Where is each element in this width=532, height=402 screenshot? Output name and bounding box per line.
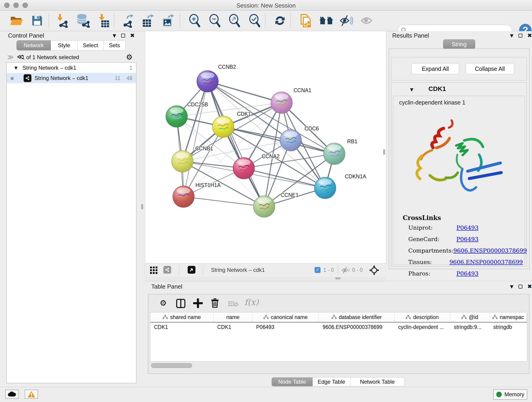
tab-style[interactable]: Style <box>51 40 77 51</box>
tab-node-table[interactable]: Node Table <box>272 377 313 386</box>
column-header--id[interactable]: @id <box>450 313 490 322</box>
tab-string[interactable]: String <box>443 39 475 49</box>
network-node-ccna2[interactable] <box>233 157 254 179</box>
crosslink-row: Pharos:P06493 <box>408 270 523 277</box>
memory-button[interactable]: Memory <box>493 389 527 400</box>
zoom-in-button[interactable] <box>186 12 203 29</box>
column-header-description[interactable]: description <box>394 313 450 322</box>
table-panel-float-button[interactable] <box>519 285 522 288</box>
network-node-hist1h1a[interactable] <box>173 186 194 207</box>
network-edge[interactable] <box>208 81 282 103</box>
import-network-database-button[interactable] <box>75 12 91 29</box>
crosslink-label: GeneCard: <box>408 236 456 242</box>
table-cell[interactable]: stringdb <box>490 322 527 332</box>
zoom-fit-button[interactable] <box>226 12 243 29</box>
control-panel-float-button[interactable] <box>121 34 125 38</box>
collection-expand-triangle-icon[interactable]: ▼ <box>14 65 17 70</box>
crosshair-icon[interactable] <box>369 265 379 275</box>
network-edge[interactable] <box>184 81 208 197</box>
crosslink-link[interactable]: 9606.ENSP00000378699 <box>453 247 527 254</box>
network-row[interactable]: ● String Network – cdk1 11 48 <box>7 73 136 83</box>
birds-eye-view-icon[interactable] <box>188 266 196 274</box>
network-node-ccnb2[interactable] <box>197 70 218 92</box>
column-header-name[interactable]: name <box>214 313 253 322</box>
copy-network-button[interactable] <box>298 12 314 29</box>
tab-network-table[interactable]: Network Table <box>350 377 405 386</box>
results-panel-menu-button[interactable]: ▼ <box>510 33 513 38</box>
refresh-button[interactable] <box>272 12 288 29</box>
tab-edge-table[interactable]: Edge Table <box>313 377 350 386</box>
export-image-button[interactable] <box>160 12 177 29</box>
crosslink-link[interactable]: P06493 <box>456 236 478 242</box>
network-node-cdc25b[interactable] <box>166 106 187 127</box>
column-header-namespac[interactable]: namespac <box>490 313 527 322</box>
tab-select[interactable]: Select <box>77 40 104 51</box>
table-panel-close-button[interactable]: ✖ <box>527 283 532 290</box>
node-label-cdc25b: CDC25B <box>187 102 208 108</box>
column-header-shared-name[interactable]: shared name <box>150 313 214 322</box>
tab-sets[interactable]: Sets <box>104 40 126 51</box>
entry-collapse-triangle-icon[interactable]: ▼ <box>410 87 413 92</box>
selected-checkbox-icon[interactable]: ✓ <box>315 267 321 273</box>
network-node-ccne1[interactable] <box>253 196 275 217</box>
collapse-all-button[interactable]: Collapse All <box>466 63 514 74</box>
results-panel-float-button[interactable] <box>519 34 522 38</box>
grid-view-icon[interactable] <box>150 267 158 274</box>
expand-all-button[interactable]: Expand All <box>412 63 459 74</box>
table-cell[interactable]: stringdb:9... <box>450 322 490 332</box>
show-all-button[interactable] <box>359 12 375 29</box>
network-node-ccna1[interactable] <box>271 92 292 114</box>
table-panel-menu-button[interactable]: ▼ <box>510 284 513 289</box>
network-node-cdc6[interactable] <box>280 129 302 151</box>
network-tree: ▼ String Network – cdk1 1 ● String Netwo… <box>6 62 136 383</box>
import-table-file-button[interactable] <box>95 12 112 29</box>
delete-column-trash-icon[interactable] <box>210 298 219 308</box>
export-network-button[interactable] <box>120 12 137 29</box>
network-options-gear-icon[interactable]: ⚙ <box>126 53 133 61</box>
node-label-hist1h1a: HIST1H1A <box>196 182 221 188</box>
hide-selected-button[interactable] <box>338 12 355 29</box>
column-header-canonical-name[interactable]: canonical name <box>253 313 319 322</box>
table-cell[interactable]: cyclin-dependent ... <box>394 322 450 332</box>
column-header-database-identifier[interactable]: database identifier <box>319 313 394 322</box>
create-column-plus-icon[interactable] <box>193 298 203 308</box>
open-session-button[interactable] <box>8 12 25 29</box>
panel-splitter-handle[interactable] <box>141 204 143 210</box>
zoom-fit-icon <box>228 14 241 27</box>
results-panel-close-button[interactable]: ✖ <box>527 32 532 39</box>
table-horizontal-scrollbar[interactable] <box>151 363 192 368</box>
network-node-cdkn1a[interactable] <box>314 177 336 199</box>
network-view-icon[interactable] <box>163 266 171 274</box>
network-collection-row[interactable]: ▼ String Network – cdk1 1 <box>7 63 136 73</box>
panel-splitter-handle[interactable] <box>383 149 385 155</box>
table-cell[interactable]: P06493 <box>253 322 319 332</box>
first-neighbors-button[interactable] <box>318 12 335 29</box>
toolbar-separator <box>114 13 114 28</box>
crosslink-link[interactable]: P06493 <box>456 224 478 231</box>
table-row[interactable]: CDK1CDK1P064939606.ENSP00000378699cyclin… <box>150 322 527 332</box>
zoom-out-button[interactable] <box>207 12 223 29</box>
network-node-cdk1[interactable] <box>212 116 234 138</box>
crosslink-link[interactable]: P06493 <box>456 270 478 277</box>
network-edge[interactable] <box>184 197 264 206</box>
window-title: Session: New Session <box>0 2 532 9</box>
network-node-rb1[interactable] <box>323 143 345 165</box>
show-columns-icon[interactable] <box>176 299 185 308</box>
tab-network[interactable]: Network <box>17 40 51 51</box>
save-session-button[interactable] <box>29 12 45 29</box>
import-network-file-button[interactable] <box>55 12 71 29</box>
crosslink-link[interactable]: 9606.ENSP00000378699 <box>449 259 523 265</box>
network-canvas[interactable]: CCNB2CCNA1CDC25BCDK1CDC6RB1CCNB1CCNA2CDK… <box>145 31 386 263</box>
table-options-gear-icon[interactable]: ⚙ <box>160 298 167 307</box>
control-panel-close-button[interactable]: ✖ <box>130 32 135 39</box>
control-panel-menu-button[interactable]: ▼ <box>113 33 116 38</box>
export-table-button[interactable] <box>140 12 156 29</box>
network-node-ccnb1[interactable] <box>172 151 193 172</box>
zoom-selected-button[interactable] <box>247 12 263 29</box>
table-cell[interactable]: CDK1 <box>150 322 214 332</box>
panel-splitter-handle[interactable] <box>335 277 341 279</box>
warning-status-button[interactable] <box>25 390 38 399</box>
table-cell[interactable]: CDK1 <box>214 322 253 332</box>
cloud-status-button[interactable] <box>5 390 19 399</box>
table-cell[interactable]: 9606.ENSP00000378699 <box>319 322 394 332</box>
